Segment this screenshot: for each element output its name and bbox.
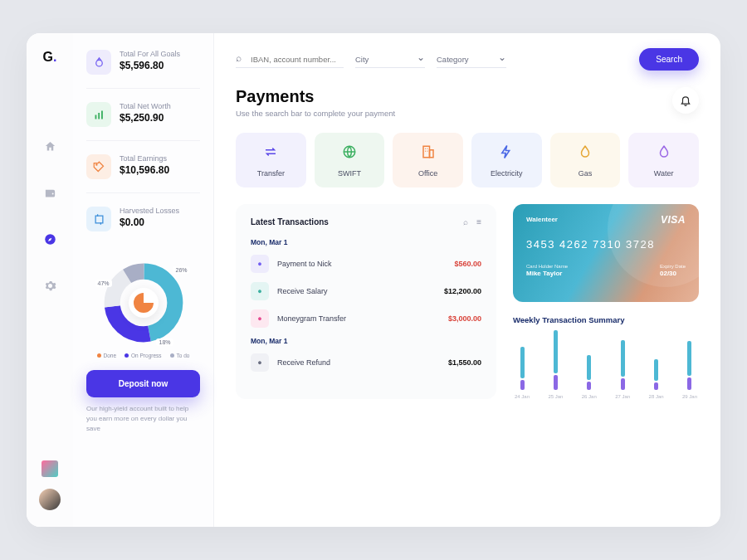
notifications-button[interactable] xyxy=(672,87,699,114)
main: City Category Search Payments Use the se… xyxy=(214,33,720,527)
stat-losses: Harvested Losses$0.00 xyxy=(86,207,200,245)
categories: Transfer SWIFT Office Electricity Gas Wa… xyxy=(236,133,699,187)
avatar[interactable] xyxy=(39,489,61,510)
transactions-card: Latest Transactions ⌕≡ Mon, Mar 1●Paymen… xyxy=(236,204,496,399)
stat-earnings: Total Earnings$10,596.80 xyxy=(86,154,200,193)
transaction-row[interactable]: ●Receive Refund$1,550.00 xyxy=(251,353,481,372)
transaction-icon: ● xyxy=(251,309,269,328)
gift-icon[interactable] xyxy=(42,460,58,477)
search-input[interactable] xyxy=(236,51,344,68)
trans-menu-icon[interactable]: ≡ xyxy=(476,217,481,226)
category-dropdown[interactable]: Category xyxy=(437,51,506,68)
stat-networth: Total Net Worth$5,250.90 xyxy=(86,102,200,141)
deposit-desc: Our high-yield account built to help you… xyxy=(86,404,200,434)
transaction-icon: ● xyxy=(251,255,269,273)
transaction-row[interactable]: ●Payment to Nick$560.00 xyxy=(251,255,481,273)
search-button[interactable]: Search xyxy=(639,48,699,71)
donut-legend: Done On Progress To do xyxy=(86,353,200,358)
svg-rect-3 xyxy=(98,113,100,119)
tag-icon xyxy=(86,154,111,179)
nav-compass[interactable] xyxy=(38,227,61,251)
nav-settings[interactable] xyxy=(38,274,61,297)
nav-rail: G xyxy=(27,33,73,527)
cat-swift[interactable]: SWIFT xyxy=(315,133,385,187)
svg-rect-13 xyxy=(429,150,433,158)
cat-office[interactable]: Office xyxy=(393,133,463,187)
donut-chart: 47% 26% 18% xyxy=(102,261,185,344)
page-subtitle: Use the search bar to complete your paym… xyxy=(236,109,395,118)
sidebar: Total For All Goals$5,596.80 Total Net W… xyxy=(73,33,214,527)
nav-wallet[interactable] xyxy=(38,181,61,204)
transaction-icon: ● xyxy=(251,282,269,300)
svg-rect-2 xyxy=(95,114,96,119)
weekly-chart-title: Weekly Transaction Summary xyxy=(513,315,699,324)
visa-logo: VISA xyxy=(661,214,686,226)
cat-water[interactable]: Water xyxy=(628,133,699,187)
transaction-date: Mon, Mar 1 xyxy=(251,337,481,345)
transaction-row[interactable]: ●Receive Salary$12,200.00 xyxy=(251,282,481,300)
cat-gas[interactable]: Gas xyxy=(550,133,621,187)
credit-card[interactable]: Walenteer VISA 3453 4262 7310 3728 Card … xyxy=(513,204,699,302)
svg-rect-12 xyxy=(423,146,430,158)
logo: G xyxy=(43,50,57,65)
goals-icon xyxy=(86,50,111,75)
stat-goals: Total For All Goals$5,596.80 xyxy=(86,50,200,89)
svg-point-5 xyxy=(95,163,96,164)
transaction-date: Mon, Mar 1 xyxy=(251,238,481,246)
svg-rect-4 xyxy=(101,110,103,119)
svg-point-1 xyxy=(95,60,102,66)
weekly-chart: 24 Jan25 Jan26 Jan27 Jan28 Jan29 Jan xyxy=(513,334,699,399)
cat-electricity[interactable]: Electricity xyxy=(471,133,542,187)
chart-icon xyxy=(86,102,111,127)
cycle-icon xyxy=(86,207,111,231)
city-dropdown[interactable]: City xyxy=(355,51,425,68)
cat-transfer[interactable]: Transfer xyxy=(236,133,306,187)
page-title: Payments xyxy=(236,87,395,106)
transaction-icon: ● xyxy=(251,353,269,372)
svg-rect-6 xyxy=(95,216,103,223)
deposit-button[interactable]: Deposit now xyxy=(86,370,200,397)
nav-home[interactable] xyxy=(38,134,61,158)
trans-search-icon[interactable]: ⌕ xyxy=(463,217,468,226)
transaction-row[interactable]: ●Moneygram Transfer$3,000.00 xyxy=(251,309,481,328)
